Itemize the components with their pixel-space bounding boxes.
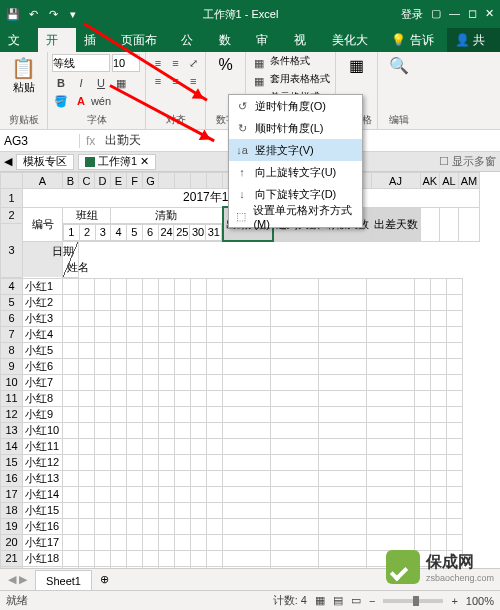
new-sheet-button[interactable]: ⊕ [92,573,117,586]
login-button[interactable]: 登录 [401,7,423,22]
number-format-button[interactable]: % [210,54,241,76]
font-name-input[interactable] [52,54,110,72]
row-header[interactable]: 22 [1,566,23,568]
tab-view[interactable]: 视图 [286,28,324,52]
row-header[interactable]: 3 [1,223,23,277]
header-group[interactable]: 班组 [63,207,111,223]
col-header[interactable] [207,173,223,189]
name-box[interactable]: AG3 [0,134,80,148]
cell-name[interactable]: 小红15 [23,502,63,518]
header-aj[interactable]: 出差天数 [371,207,420,241]
row-header[interactable]: 17 [1,486,23,502]
row-header[interactable]: 15 [1,454,23,470]
share-button[interactable]: 👤 共享 [447,28,500,52]
italic-button[interactable]: I [72,74,90,92]
wb-nav-left[interactable]: ◀ [4,155,12,168]
menu-format-align[interactable]: ⬚设置单元格对齐方式(M) [229,205,362,227]
font-color-button[interactable]: A [72,92,90,110]
tab-file[interactable]: 文件 [0,28,38,52]
tab-review[interactable]: 审阅 [248,28,286,52]
maximize-icon[interactable]: ◻ [468,7,477,22]
cell-name[interactable]: 小红7 [23,374,63,390]
row-header[interactable]: 9 [1,358,23,374]
redo-icon[interactable]: ↷ [46,7,60,21]
minimize-icon[interactable]: — [449,7,460,22]
editing-button[interactable]: 🔍 [382,54,416,77]
cell-name[interactable]: 小红5 [23,342,63,358]
cell-name[interactable]: 小红8 [23,390,63,406]
row-header[interactable]: 6 [1,310,23,326]
phonetic-button[interactable]: wén [92,92,110,110]
close-icon[interactable]: ✕ [485,7,494,22]
row-header[interactable]: 8 [1,342,23,358]
bold-button[interactable]: B [52,74,70,92]
menu-vertical-text[interactable]: ↓a竖排文字(V) [229,139,362,161]
save-icon[interactable]: 💾 [6,7,20,21]
cell-name[interactable]: 小红1 [23,278,63,294]
zoom-slider[interactable] [383,599,443,603]
tab-data[interactable]: 数据 [211,28,249,52]
cell-name[interactable]: 小红6 [23,358,63,374]
col-header[interactable] [191,173,207,189]
col-header[interactable]: C [79,173,95,189]
col-header[interactable]: A [23,173,63,189]
col-header[interactable] [159,173,175,189]
menu-ccw[interactable]: ↺逆时针角度(O) [229,95,362,117]
cell-name[interactable]: 小红9 [23,406,63,422]
sheet-tab[interactable]: Sheet1 [35,570,92,590]
worksheet-grid[interactable]: A B C D E F G AG AH AI AJ AK AL AM 1 201… [0,172,500,568]
menu-rotate-up[interactable]: ↑向上旋转文字(U) [229,161,362,183]
row-header[interactable]: 11 [1,390,23,406]
cell-name[interactable]: 小红10 [23,422,63,438]
fx-icon[interactable]: fx [80,134,101,148]
row-header[interactable]: 18 [1,502,23,518]
wb-tab-templates[interactable]: 模板专区 [16,154,74,170]
multi-window-option[interactable]: ☐ 显示多窗 [439,154,496,169]
cell-name[interactable]: 小红12 [23,454,63,470]
tab-home[interactable]: 开始 [38,28,76,52]
underline-button[interactable]: U [92,74,110,92]
undo-icon[interactable]: ↶ [26,7,40,21]
col-header[interactable]: AL [440,173,458,189]
ribbon-options-icon[interactable]: ▢ [431,7,441,22]
row-header[interactable]: 1 [1,189,23,208]
col-header[interactable]: B [63,173,79,189]
col-header[interactable]: D [95,173,111,189]
col-header[interactable]: AJ [371,173,420,189]
zoom-out[interactable]: − [369,595,375,607]
cell-name[interactable]: 小红16 [23,518,63,534]
row-header[interactable]: 20 [1,534,23,550]
row-header[interactable]: 12 [1,406,23,422]
row-header[interactable]: 21 [1,550,23,566]
wb-tab-workbook1[interactable]: 工作簿1 ✕ [78,154,156,170]
view-layout-icon[interactable]: ▤ [333,594,343,607]
align-mid-button[interactable]: ≡ [168,54,184,72]
fill-color-button[interactable]: 🪣 [52,92,70,110]
view-break-icon[interactable]: ▭ [351,594,361,607]
cell-name[interactable]: 小红18 [23,550,63,566]
orientation-button[interactable]: ⤢ [185,54,201,72]
row-header[interactable]: 19 [1,518,23,534]
row-header[interactable]: 13 [1,422,23,438]
view-normal-icon[interactable]: ▦ [315,594,325,607]
col-header[interactable]: AK [420,173,440,189]
cell-name[interactable]: 小红19 [23,566,63,568]
paste-button[interactable]: 📋 粘贴 [4,54,43,97]
cell-name[interactable]: 小红4 [23,326,63,342]
tell-me[interactable]: 💡 告诉我 [383,28,447,52]
cell-name[interactable]: 小红11 [23,438,63,454]
diag-header[interactable]: 日期 姓名 [63,241,79,277]
col-header[interactable]: F [127,173,143,189]
cond-format-button[interactable]: ▦条件格式 [250,54,331,72]
row-header[interactable]: 4 [1,278,23,294]
cell-name[interactable]: 小红17 [23,534,63,550]
table-format-button[interactable]: ▦套用表格格式 [250,72,331,90]
cells-button[interactable]: ▦ [340,54,373,77]
row-header[interactable]: 14 [1,438,23,454]
zoom-in[interactable]: + [451,595,457,607]
tab-beautify[interactable]: 美化大师 [324,28,384,52]
cell-name[interactable]: 小红14 [23,486,63,502]
cell-name[interactable]: 小红3 [23,310,63,326]
cell-name[interactable]: 小红2 [23,294,63,310]
col-header[interactable]: AM [458,173,480,189]
